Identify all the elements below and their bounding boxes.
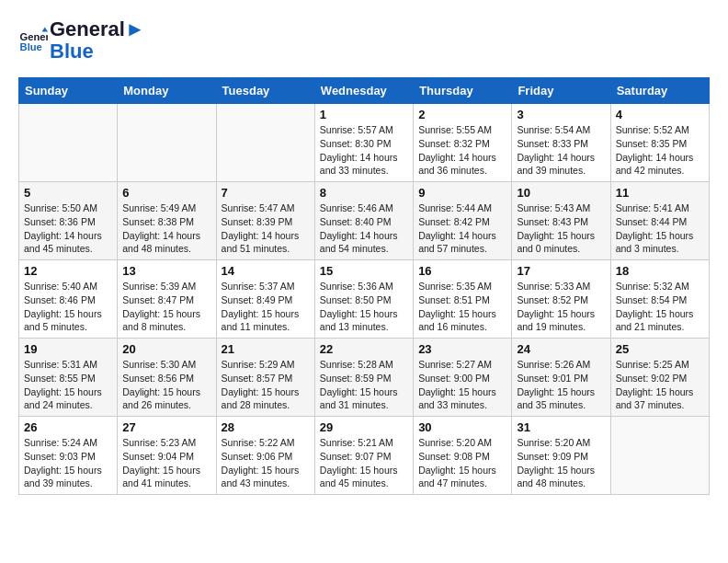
day-number: 24 [517,342,605,356]
day-info: Sunrise: 5:24 AMSunset: 9:03 PMDaylight:… [24,436,112,490]
day-info: Sunrise: 5:55 AMSunset: 8:32 PMDaylight:… [418,123,506,178]
calendar-cell: 24Sunrise: 5:26 AMSunset: 9:01 PMDayligh… [512,339,610,417]
day-number: 18 [616,264,704,278]
day-number: 29 [320,420,408,434]
day-info: Sunrise: 5:52 AMSunset: 8:35 PMDaylight:… [616,123,704,178]
day-info: Sunrise: 5:43 AMSunset: 8:43 PMDaylight:… [517,201,605,256]
logo-icon: General Blue [18,26,48,55]
day-number: 8 [320,186,408,200]
calendar-cell [118,104,216,182]
calendar-cell: 18Sunrise: 5:32 AMSunset: 8:54 PMDayligh… [610,260,709,339]
calendar-table: SundayMondayTuesdayWednesdayThursdayFrid… [18,77,710,495]
day-number: 4 [616,108,704,121]
calendar-cell: 27Sunrise: 5:23 AMSunset: 9:04 PMDayligh… [118,417,216,495]
day-number: 22 [320,342,408,356]
calendar-week-row: 1Sunrise: 5:57 AMSunset: 8:30 PMDaylight… [19,104,710,182]
calendar-cell: 1Sunrise: 5:57 AMSunset: 8:30 PMDaylight… [314,104,413,182]
calendar-header-wednesday: Wednesday [314,78,413,104]
day-number: 16 [418,264,506,278]
calendar-cell: 21Sunrise: 5:29 AMSunset: 8:57 PMDayligh… [216,339,314,417]
day-number: 1 [320,108,408,121]
day-info: Sunrise: 5:28 AMSunset: 8:59 PMDaylight:… [320,358,408,412]
calendar-cell: 16Sunrise: 5:35 AMSunset: 8:51 PMDayligh… [414,260,512,339]
calendar-cell: 14Sunrise: 5:37 AMSunset: 8:49 PMDayligh… [216,260,314,339]
logo: General Blue General► Blue [18,18,145,63]
svg-text:General: General [20,31,48,42]
day-info: Sunrise: 5:54 AMSunset: 8:33 PMDaylight:… [517,123,605,178]
day-info: Sunrise: 5:50 AMSunset: 8:36 PMDaylight:… [24,201,112,256]
day-info: Sunrise: 5:26 AMSunset: 9:01 PMDaylight:… [517,358,605,412]
calendar-header-friday: Friday [512,78,610,104]
day-number: 31 [517,420,605,434]
calendar-week-row: 26Sunrise: 5:24 AMSunset: 9:03 PMDayligh… [19,417,710,495]
calendar-header-sunday: Sunday [19,78,118,104]
calendar-week-row: 19Sunrise: 5:31 AMSunset: 8:55 PMDayligh… [19,339,710,417]
day-info: Sunrise: 5:21 AMSunset: 9:07 PMDaylight:… [320,436,408,490]
day-number: 27 [122,420,210,434]
calendar-cell: 6Sunrise: 5:49 AMSunset: 8:38 PMDaylight… [118,182,216,260]
calendar-cell: 26Sunrise: 5:24 AMSunset: 9:03 PMDayligh… [19,417,118,495]
day-info: Sunrise: 5:35 AMSunset: 8:51 PMDaylight:… [418,280,506,334]
day-info: Sunrise: 5:44 AMSunset: 8:42 PMDaylight:… [418,201,506,256]
calendar-header-thursday: Thursday [414,78,512,104]
calendar-cell: 28Sunrise: 5:22 AMSunset: 9:06 PMDayligh… [216,417,314,495]
day-info: Sunrise: 5:32 AMSunset: 8:54 PMDaylight:… [616,280,704,334]
svg-text:Blue: Blue [20,41,42,52]
calendar-cell: 8Sunrise: 5:46 AMSunset: 8:40 PMDaylight… [314,182,413,260]
day-number: 12 [24,264,112,278]
calendar-cell: 30Sunrise: 5:20 AMSunset: 9:08 PMDayligh… [414,417,512,495]
calendar-cell: 29Sunrise: 5:21 AMSunset: 9:07 PMDayligh… [314,417,413,495]
calendar-week-row: 12Sunrise: 5:40 AMSunset: 8:46 PMDayligh… [19,260,710,339]
day-number: 3 [517,108,605,121]
day-info: Sunrise: 5:20 AMSunset: 9:08 PMDaylight:… [418,436,506,490]
calendar-cell: 5Sunrise: 5:50 AMSunset: 8:36 PMDaylight… [19,182,118,260]
day-number: 28 [222,420,310,434]
calendar-cell: 3Sunrise: 5:54 AMSunset: 8:33 PMDaylight… [512,104,610,182]
day-info: Sunrise: 5:29 AMSunset: 8:57 PMDaylight:… [222,358,310,412]
calendar-cell: 10Sunrise: 5:43 AMSunset: 8:43 PMDayligh… [512,182,610,260]
calendar-cell: 13Sunrise: 5:39 AMSunset: 8:47 PMDayligh… [118,260,216,339]
calendar-cell: 25Sunrise: 5:25 AMSunset: 9:02 PMDayligh… [610,339,709,417]
day-number: 7 [222,186,310,200]
day-number: 14 [222,264,310,278]
day-info: Sunrise: 5:37 AMSunset: 8:49 PMDaylight:… [222,280,310,334]
day-number: 17 [517,264,605,278]
day-info: Sunrise: 5:30 AMSunset: 8:56 PMDaylight:… [122,358,210,412]
day-number: 23 [418,342,506,356]
day-info: Sunrise: 5:20 AMSunset: 9:09 PMDaylight:… [517,436,605,490]
calendar-header-row: SundayMondayTuesdayWednesdayThursdayFrid… [19,78,710,104]
day-number: 13 [122,264,210,278]
day-info: Sunrise: 5:47 AMSunset: 8:39 PMDaylight:… [222,201,310,256]
calendar-header-saturday: Saturday [610,78,709,104]
day-number: 25 [616,342,704,356]
day-number: 9 [418,186,506,200]
svg-marker-2 [42,28,48,32]
calendar-cell: 31Sunrise: 5:20 AMSunset: 9:09 PMDayligh… [512,417,610,495]
day-number: 2 [418,108,506,121]
day-info: Sunrise: 5:27 AMSunset: 9:00 PMDaylight:… [418,358,506,412]
logo-text: General► Blue [50,18,145,63]
day-number: 19 [24,342,112,356]
day-info: Sunrise: 5:22 AMSunset: 9:06 PMDaylight:… [222,436,310,490]
day-info: Sunrise: 5:25 AMSunset: 9:02 PMDaylight:… [616,358,704,412]
calendar-cell [216,104,314,182]
day-number: 11 [616,186,704,200]
calendar-cell: 11Sunrise: 5:41 AMSunset: 8:44 PMDayligh… [610,182,709,260]
day-number: 26 [24,420,112,434]
calendar-week-row: 5Sunrise: 5:50 AMSunset: 8:36 PMDaylight… [19,182,710,260]
day-info: Sunrise: 5:46 AMSunset: 8:40 PMDaylight:… [320,201,408,256]
calendar-cell: 20Sunrise: 5:30 AMSunset: 8:56 PMDayligh… [118,339,216,417]
calendar-cell: 7Sunrise: 5:47 AMSunset: 8:39 PMDaylight… [216,182,314,260]
day-info: Sunrise: 5:31 AMSunset: 8:55 PMDaylight:… [24,358,112,412]
day-info: Sunrise: 5:33 AMSunset: 8:52 PMDaylight:… [517,280,605,334]
day-number: 21 [222,342,310,356]
calendar-cell: 23Sunrise: 5:27 AMSunset: 9:00 PMDayligh… [414,339,512,417]
calendar-cell [610,417,709,495]
page-header: General Blue General► Blue [18,18,710,63]
day-info: Sunrise: 5:36 AMSunset: 8:50 PMDaylight:… [320,280,408,334]
calendar-header-monday: Monday [118,78,216,104]
day-info: Sunrise: 5:41 AMSunset: 8:44 PMDaylight:… [616,201,704,256]
day-number: 20 [122,342,210,356]
day-number: 5 [24,186,112,200]
calendar-cell: 17Sunrise: 5:33 AMSunset: 8:52 PMDayligh… [512,260,610,339]
